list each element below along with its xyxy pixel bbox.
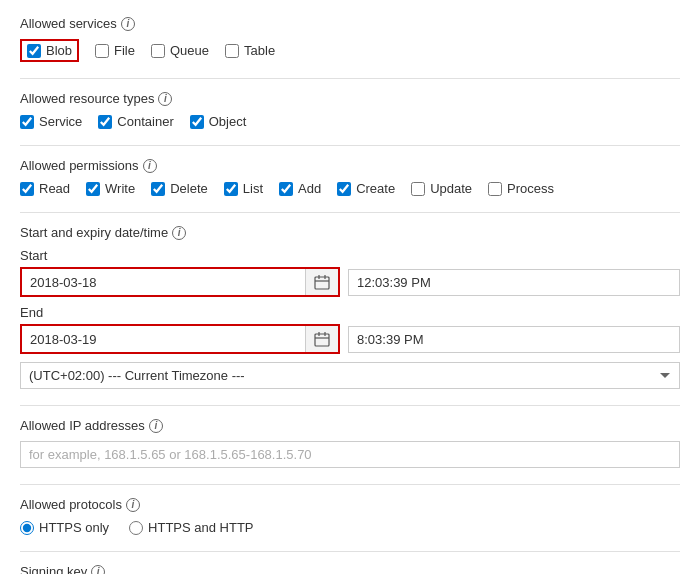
table-checkbox[interactable] <box>225 44 239 58</box>
signing-key-label: Signing key <box>20 564 87 574</box>
allowed-services-section: Allowed services i Blob File Queue Table <box>20 16 680 62</box>
https-http-radio[interactable] <box>129 521 143 535</box>
table-label: Table <box>244 43 275 58</box>
list-checkbox-item[interactable]: List <box>224 181 263 196</box>
write-checkbox[interactable] <box>86 182 100 196</box>
allowed-resource-types-title: Allowed resource types i <box>20 91 680 106</box>
process-label: Process <box>507 181 554 196</box>
blob-checkbox[interactable] <box>27 44 41 58</box>
https-only-radio[interactable] <box>20 521 34 535</box>
blob-label: Blob <box>46 43 72 58</box>
list-checkbox[interactable] <box>224 182 238 196</box>
create-label: Create <box>356 181 395 196</box>
queue-checkbox-item[interactable]: Queue <box>151 43 209 58</box>
delete-checkbox-item[interactable]: Delete <box>151 181 208 196</box>
service-label: Service <box>39 114 82 129</box>
https-only-radio-item[interactable]: HTTPS only <box>20 520 109 535</box>
queue-label: Queue <box>170 43 209 58</box>
start-date-field-wrapper <box>20 267 340 297</box>
container-label: Container <box>117 114 173 129</box>
svg-rect-4 <box>315 334 329 346</box>
allowed-protocols-section: Allowed protocols i HTTPS only HTTPS and… <box>20 497 680 535</box>
start-datetime-row <box>20 267 680 297</box>
read-checkbox[interactable] <box>20 182 34 196</box>
https-only-label: HTTPS only <box>39 520 109 535</box>
resource-types-checkboxes: Service Container Object <box>20 114 680 129</box>
add-checkbox-item[interactable]: Add <box>279 181 321 196</box>
delete-label: Delete <box>170 181 208 196</box>
blob-checkbox-item[interactable]: Blob <box>27 43 72 58</box>
start-date-input[interactable] <box>22 270 305 295</box>
end-date-input[interactable] <box>22 327 305 352</box>
delete-checkbox[interactable] <box>151 182 165 196</box>
allowed-services-label: Allowed services <box>20 16 117 31</box>
allowed-permissions-section: Allowed permissions i Read Write Delete … <box>20 158 680 196</box>
allowed-resource-types-section: Allowed resource types i Service Contain… <box>20 91 680 129</box>
update-label: Update <box>430 181 472 196</box>
allowed-resource-types-info-icon[interactable]: i <box>158 92 172 106</box>
list-label: List <box>243 181 263 196</box>
allowed-resource-types-label: Allowed resource types <box>20 91 154 106</box>
table-checkbox-item[interactable]: Table <box>225 43 275 58</box>
allowed-permissions-info-icon[interactable]: i <box>143 159 157 173</box>
create-checkbox[interactable] <box>337 182 351 196</box>
allowed-services-checkboxes: Blob File Queue Table <box>20 39 680 62</box>
write-checkbox-item[interactable]: Write <box>86 181 135 196</box>
https-http-label: HTTPS and HTTP <box>148 520 253 535</box>
add-checkbox[interactable] <box>279 182 293 196</box>
file-checkbox[interactable] <box>95 44 109 58</box>
file-label: File <box>114 43 135 58</box>
blob-checkbox-wrapper: Blob <box>20 39 79 62</box>
allowed-protocols-label: Allowed protocols <box>20 497 122 512</box>
allowed-ip-info-icon[interactable]: i <box>149 419 163 433</box>
timezone-select[interactable]: (UTC+02:00) --- Current Timezone --- <box>20 362 680 389</box>
allowed-ip-input[interactable] <box>20 441 680 468</box>
read-checkbox-item[interactable]: Read <box>20 181 70 196</box>
start-expiry-label: Start and expiry date/time <box>20 225 168 240</box>
container-checkbox-item[interactable]: Container <box>98 114 173 129</box>
start-calendar-button[interactable] <box>305 269 338 295</box>
service-checkbox[interactable] <box>20 115 34 129</box>
allowed-services-title: Allowed services i <box>20 16 680 31</box>
allowed-ip-title: Allowed IP addresses i <box>20 418 680 433</box>
protocols-radio-group: HTTPS only HTTPS and HTTP <box>20 520 680 535</box>
end-date-field-wrapper <box>20 324 340 354</box>
object-checkbox-item[interactable]: Object <box>190 114 247 129</box>
write-label: Write <box>105 181 135 196</box>
start-label: Start <box>20 248 680 263</box>
https-http-radio-item[interactable]: HTTPS and HTTP <box>129 520 253 535</box>
start-expiry-section: Start and expiry date/time i Start End <box>20 225 680 389</box>
create-checkbox-item[interactable]: Create <box>337 181 395 196</box>
start-expiry-info-icon[interactable]: i <box>172 226 186 240</box>
signing-key-info-icon[interactable]: i <box>91 565 105 575</box>
end-calendar-button[interactable] <box>305 326 338 352</box>
svg-rect-0 <box>315 277 329 289</box>
allowed-ip-section: Allowed IP addresses i <box>20 418 680 468</box>
add-label: Add <box>298 181 321 196</box>
allowed-permissions-label: Allowed permissions <box>20 158 139 173</box>
end-time-input[interactable] <box>348 326 680 353</box>
process-checkbox-item[interactable]: Process <box>488 181 554 196</box>
service-checkbox-item[interactable]: Service <box>20 114 82 129</box>
end-label: End <box>20 305 680 320</box>
allowed-protocols-title: Allowed protocols i <box>20 497 680 512</box>
object-label: Object <box>209 114 247 129</box>
signing-key-title: Signing key i <box>20 564 680 574</box>
update-checkbox[interactable] <box>411 182 425 196</box>
container-checkbox[interactable] <box>98 115 112 129</box>
update-checkbox-item[interactable]: Update <box>411 181 472 196</box>
allowed-protocols-info-icon[interactable]: i <box>126 498 140 512</box>
process-checkbox[interactable] <box>488 182 502 196</box>
queue-checkbox[interactable] <box>151 44 165 58</box>
read-label: Read <box>39 181 70 196</box>
signing-key-section: Signing key i key1 key2 <box>20 564 680 574</box>
allowed-services-info-icon[interactable]: i <box>121 17 135 31</box>
file-checkbox-item[interactable]: File <box>95 43 135 58</box>
object-checkbox[interactable] <box>190 115 204 129</box>
permissions-checkboxes: Read Write Delete List Add Create Update <box>20 181 680 196</box>
start-expiry-title: Start and expiry date/time i <box>20 225 680 240</box>
allowed-permissions-title: Allowed permissions i <box>20 158 680 173</box>
start-time-input[interactable] <box>348 269 680 296</box>
end-datetime-row <box>20 324 680 354</box>
allowed-ip-label: Allowed IP addresses <box>20 418 145 433</box>
